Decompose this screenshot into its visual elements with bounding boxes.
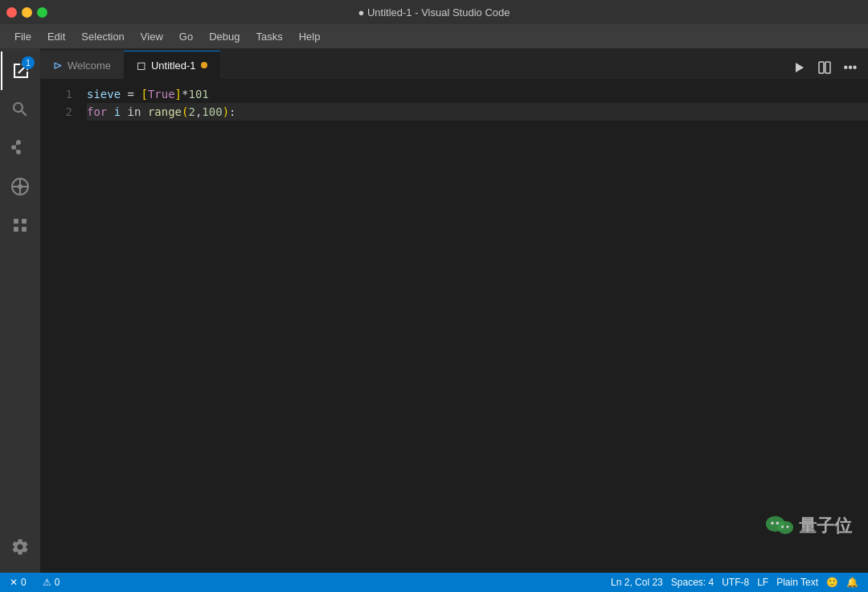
status-line-ending[interactable]: LF bbox=[754, 573, 772, 592]
activity-bar: 1 bbox=[0, 48, 40, 573]
untitled-tab-icon: ◻ bbox=[137, 59, 146, 72]
tab-bar: ⊳ Welcome ◻ Untitled-1 bbox=[40, 48, 868, 79]
svg-point-13 bbox=[776, 522, 780, 525]
line-numbers: 1 2 bbox=[40, 79, 80, 573]
status-bar: ✕ 0 ⚠ 0 Ln 2, Col 23 Spaces: 4 UTF-8 LF … bbox=[0, 573, 868, 592]
explorer-badge: 1 bbox=[22, 56, 35, 69]
menu-go[interactable]: Go bbox=[173, 28, 199, 45]
svg-rect-4 bbox=[14, 219, 18, 224]
smiley-icon: 🙂 bbox=[826, 577, 838, 588]
svg-point-11 bbox=[777, 521, 793, 534]
status-right: Ln 2, Col 23 Spaces: 4 UTF-8 LF Plain Te… bbox=[608, 573, 868, 592]
run-button[interactable] bbox=[788, 56, 810, 79]
svg-rect-9 bbox=[825, 62, 830, 73]
status-position[interactable]: Ln 2, Col 23 bbox=[608, 573, 666, 592]
bell-icon: 🔔 bbox=[846, 577, 858, 588]
activity-settings[interactable] bbox=[1, 528, 39, 566]
code-line-2: for i in range(2,100): bbox=[87, 103, 868, 121]
minimize-button[interactable] bbox=[22, 7, 32, 18]
tab-actions: ••• bbox=[788, 56, 868, 79]
svg-point-15 bbox=[786, 525, 788, 528]
language-label: Plain Text bbox=[776, 577, 818, 588]
menu-view[interactable]: View bbox=[134, 28, 170, 45]
svg-point-14 bbox=[781, 525, 784, 528]
status-notifications[interactable]: 🔔 bbox=[843, 573, 862, 592]
warning-count: 0 bbox=[55, 577, 60, 588]
editor-container: 1 2 sieve = [True]*101 for i in range(2,… bbox=[40, 79, 868, 573]
untitled-tab-label: Untitled-1 bbox=[151, 60, 196, 72]
welcome-tab-label: Welcome bbox=[68, 60, 111, 72]
activity-source-control[interactable] bbox=[1, 129, 39, 167]
svg-point-3 bbox=[18, 184, 23, 189]
code-editor[interactable]: 1 2 sieve = [True]*101 for i in range(2,… bbox=[40, 79, 868, 573]
code-line-1: sieve = [True]*101 bbox=[87, 85, 868, 103]
menu-selection[interactable]: Selection bbox=[75, 28, 130, 45]
position-label: Ln 2, Col 23 bbox=[611, 577, 663, 588]
status-errors[interactable]: ✕ 0 bbox=[6, 573, 30, 592]
spaces-label: Spaces: 4 bbox=[671, 577, 714, 588]
status-left: ✕ 0 ⚠ 0 bbox=[0, 573, 63, 592]
activity-remote[interactable] bbox=[1, 206, 39, 245]
status-language[interactable]: Plain Text bbox=[773, 573, 821, 592]
menu-debug[interactable]: Debug bbox=[203, 28, 246, 45]
encoding-label: UTF-8 bbox=[722, 577, 749, 588]
line-num-1: 1 bbox=[40, 85, 72, 103]
activity-search[interactable] bbox=[1, 90, 39, 129]
menu-edit[interactable]: Edit bbox=[41, 28, 72, 45]
window-controls bbox=[6, 7, 47, 18]
split-editor-button[interactable] bbox=[813, 56, 836, 79]
svg-rect-6 bbox=[14, 227, 18, 232]
code-content[interactable]: sieve = [True]*101 for i in range(2,100)… bbox=[80, 79, 868, 573]
maximize-button[interactable] bbox=[37, 7, 47, 18]
line-ending-label: LF bbox=[757, 577, 768, 588]
status-warnings[interactable]: ⚠ 0 bbox=[39, 573, 63, 592]
svg-rect-7 bbox=[22, 227, 27, 232]
menu-tasks[interactable]: Tasks bbox=[249, 28, 289, 45]
svg-rect-5 bbox=[22, 219, 27, 224]
status-smiley[interactable]: 🙂 bbox=[823, 573, 841, 592]
wechat-brand-text: 量子位 bbox=[799, 514, 852, 538]
close-button[interactable] bbox=[6, 7, 17, 18]
title-bar: ● Untitled-1 - Visual Studio Code bbox=[0, 0, 868, 24]
menu-bar: File Edit Selection View Go Debug Tasks … bbox=[0, 24, 868, 48]
error-count: 0 bbox=[21, 577, 27, 588]
menu-file[interactable]: File bbox=[8, 28, 38, 45]
svg-rect-8 bbox=[819, 62, 824, 73]
menu-help[interactable]: Help bbox=[293, 28, 327, 45]
welcome-tab-icon: ⊳ bbox=[53, 59, 63, 72]
activity-extensions[interactable] bbox=[1, 167, 39, 206]
modified-indicator bbox=[201, 62, 207, 68]
tab-untitled[interactable]: ◻ Untitled-1 bbox=[124, 51, 220, 79]
svg-point-12 bbox=[771, 522, 774, 525]
warning-icon: ⚠ bbox=[43, 577, 51, 588]
window-title: ● Untitled-1 - Visual Studio Code bbox=[358, 6, 510, 18]
more-actions-button[interactable]: ••• bbox=[839, 56, 862, 79]
status-encoding[interactable]: UTF-8 bbox=[719, 573, 752, 592]
line-num-2: 2 bbox=[40, 103, 72, 121]
activity-bar-bottom bbox=[1, 528, 39, 566]
tab-welcome[interactable]: ⊳ Welcome bbox=[40, 51, 124, 79]
status-spaces[interactable]: Spaces: 4 bbox=[668, 573, 717, 592]
wechat-watermark: 量子位 bbox=[765, 512, 852, 541]
error-icon: ✕ bbox=[10, 577, 18, 588]
wechat-logo-icon bbox=[765, 512, 794, 541]
activity-explorer[interactable]: 1 bbox=[1, 51, 39, 90]
editor-area: ⊳ Welcome ◻ Untitled-1 bbox=[40, 48, 868, 573]
main-layout: 1 bbox=[0, 48, 868, 573]
